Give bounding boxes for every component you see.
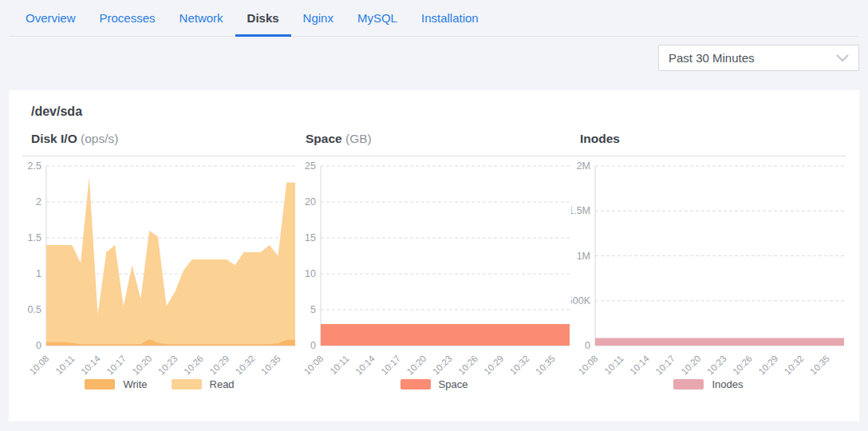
svg-text:0: 0	[585, 340, 590, 351]
disk-io-plot: 2.521.510.5010:0810:1110:1410:1710:2010:…	[22, 156, 297, 375]
inodes-plot: 2M1.5M1M500K010:0810:1110:1410:1710:2010…	[571, 156, 846, 375]
toolbar: Past 30 Minutes	[0, 37, 868, 89]
svg-text:10:17: 10:17	[379, 354, 402, 375]
svg-text:10:29: 10:29	[757, 354, 780, 375]
disk-io-chart: 2.521.510.5010:0810:1110:1410:1710:2010:…	[22, 156, 297, 390]
legend-item-space: Space	[400, 378, 468, 390]
charts-row: 2.521.510.5010:0810:1110:1410:1710:2010:…	[22, 156, 846, 390]
chevron-down-icon	[836, 54, 849, 62]
svg-text:5: 5	[310, 304, 316, 315]
tab-installation[interactable]: Installation	[409, 0, 491, 36]
tab-processes[interactable]: Processes	[88, 0, 168, 36]
svg-text:10:20: 10:20	[131, 354, 154, 375]
svg-text:10:08: 10:08	[28, 354, 51, 375]
chart-unit: (GB)	[345, 132, 372, 145]
space-plot: 252015105010:0810:1110:1410:1710:2010:23…	[297, 156, 571, 375]
svg-text:10:32: 10:32	[508, 354, 531, 375]
svg-text:10:11: 10:11	[328, 354, 350, 375]
svg-text:10:26: 10:26	[182, 354, 205, 375]
svg-text:10:14: 10:14	[628, 354, 651, 375]
tab-disks[interactable]: Disks	[235, 0, 291, 36]
svg-text:10:11: 10:11	[602, 354, 625, 375]
disk-io-legend: Write Read	[22, 378, 297, 390]
svg-text:10:17: 10:17	[105, 354, 128, 375]
inodes-legend: Inodes	[571, 378, 846, 390]
svg-text:0.5: 0.5	[28, 304, 41, 315]
svg-text:0: 0	[310, 340, 316, 351]
space-swatch	[400, 379, 431, 389]
tab-network[interactable]: Network	[168, 0, 235, 36]
read-swatch	[172, 379, 202, 389]
svg-text:1.5: 1.5	[28, 232, 41, 243]
svg-text:10:32: 10:32	[234, 354, 257, 375]
svg-text:0: 0	[36, 340, 41, 351]
svg-text:10:29: 10:29	[483, 354, 506, 375]
svg-text:10:14: 10:14	[79, 354, 102, 375]
chart-title-inodes: Inodes	[571, 132, 846, 146]
tab-overview[interactable]: Overview	[14, 0, 88, 36]
svg-text:10:35: 10:35	[259, 354, 282, 375]
svg-text:10:32: 10:32	[783, 354, 806, 375]
svg-text:2M: 2M	[577, 160, 590, 172]
tab-bar: Overview Processes Network Disks Nginx M…	[9, 0, 859, 37]
svg-text:10:26: 10:26	[731, 354, 754, 375]
legend-item-read: Read	[172, 378, 235, 390]
disk-card: /dev/sda Disk I/O (ops/s) Space (GB) Ino…	[9, 90, 859, 421]
svg-text:10:08: 10:08	[302, 354, 326, 375]
time-range-value: Past 30 Minutes	[669, 51, 755, 65]
svg-text:10:14: 10:14	[353, 354, 377, 375]
svg-text:500K: 500K	[571, 295, 591, 306]
svg-text:2: 2	[36, 196, 41, 208]
svg-text:10:08: 10:08	[577, 354, 600, 375]
legend-item-inodes: Inodes	[673, 378, 743, 390]
device-title: /dev/sda	[22, 105, 846, 119]
tab-nginx[interactable]: Nginx	[291, 0, 345, 36]
space-chart: 252015105010:0810:1110:1410:1710:2010:23…	[297, 156, 571, 390]
chart-unit: (ops/s)	[81, 132, 118, 145]
svg-text:1M: 1M	[577, 251, 590, 262]
svg-text:20: 20	[305, 196, 316, 208]
inodes-swatch	[673, 379, 704, 389]
svg-text:10:20: 10:20	[405, 354, 428, 375]
svg-text:2.5: 2.5	[28, 160, 41, 172]
svg-text:10:11: 10:11	[53, 354, 76, 375]
space-legend: Space	[297, 378, 571, 390]
svg-text:10:35: 10:35	[808, 354, 831, 375]
time-range-select[interactable]: Past 30 Minutes	[658, 45, 859, 71]
chart-title-space: Space (GB)	[297, 132, 571, 146]
svg-text:10:29: 10:29	[208, 354, 231, 375]
chart-titles-row: Disk I/O (ops/s) Space (GB) Inodes	[22, 132, 846, 156]
svg-text:10:23: 10:23	[705, 354, 728, 375]
svg-text:10: 10	[305, 268, 316, 279]
svg-text:10:17: 10:17	[653, 354, 677, 375]
legend-item-write: Write	[85, 378, 147, 390]
svg-text:1.5M: 1.5M	[571, 205, 590, 216]
svg-text:10:23: 10:23	[156, 354, 180, 375]
svg-text:1: 1	[36, 268, 41, 279]
svg-text:10:23: 10:23	[431, 354, 454, 375]
inodes-chart: 2M1.5M1M500K010:0810:1110:1410:1710:2010…	[571, 156, 846, 390]
svg-text:15: 15	[305, 232, 316, 243]
svg-text:10:35: 10:35	[534, 354, 557, 375]
svg-text:10:20: 10:20	[680, 354, 703, 375]
chart-title-disk-io: Disk I/O (ops/s)	[22, 132, 297, 146]
write-swatch	[85, 379, 115, 389]
svg-text:25: 25	[305, 160, 316, 172]
tab-mysql[interactable]: MySQL	[345, 0, 409, 36]
svg-text:10:26: 10:26	[456, 354, 479, 375]
